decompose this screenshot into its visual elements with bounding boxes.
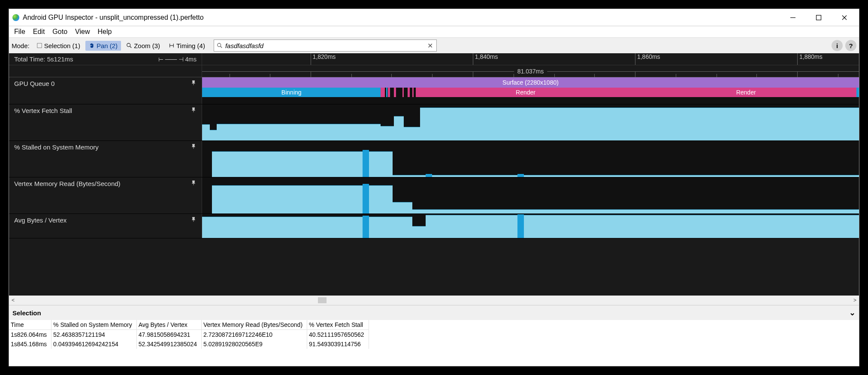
mode-selection-button[interactable]: Selection (1) bbox=[33, 41, 84, 51]
ruler-tick-label: 1,860ms bbox=[637, 53, 660, 60]
app-icon bbox=[12, 14, 19, 21]
scroll-right-arrow[interactable]: > bbox=[853, 297, 856, 303]
counter-segment bbox=[412, 209, 859, 213]
info-button[interactable]: i bbox=[832, 40, 843, 51]
mode-timing-label: Timing (4) bbox=[176, 42, 205, 49]
search-icon bbox=[217, 43, 223, 49]
selection-panel: Selection ⌄ Time % Stalled on System Mem… bbox=[9, 305, 859, 366]
col-vertex-fetch-stall[interactable]: % Vertex Fetch Stall bbox=[307, 320, 369, 330]
track-vertex-fetch-stall[interactable]: % Vertex Fetch Stall bbox=[9, 104, 859, 141]
svg-line-11 bbox=[221, 46, 222, 48]
track-vertex-mem-read[interactable]: Vertex Memory Read (Bytes/Second) bbox=[9, 177, 859, 214]
track-avg-bytes-vertex[interactable]: Avg Bytes / Vertex bbox=[9, 214, 859, 238]
ruler-tick-label: 1,820ms bbox=[313, 53, 336, 60]
timeline-header: Total Time: 5s121ms ⊢───⊣ 4ms 1,820ms 1,… bbox=[9, 53, 859, 77]
counter-segment bbox=[420, 107, 859, 140]
search-clear-button[interactable]: ✕ bbox=[424, 42, 436, 50]
pin-icon[interactable] bbox=[191, 143, 197, 149]
selection-icon bbox=[36, 43, 42, 49]
counter-segment bbox=[210, 130, 216, 140]
gpu-phase-render[interactable]: Render bbox=[635, 88, 856, 97]
svg-point-10 bbox=[218, 43, 221, 47]
table-row[interactable]: 1s845.168ms 0.049394612694242154 52.3425… bbox=[9, 339, 369, 349]
col-avg-bytes-vertex[interactable]: Avg Bytes / Vertex bbox=[136, 320, 201, 330]
pin-icon[interactable] bbox=[191, 107, 197, 113]
track-label: GPU Queue 0 bbox=[14, 80, 54, 87]
range-label: 81.037ms bbox=[514, 68, 547, 75]
toolbar: Mode: Selection (1) Pan (2) Zoom (3) Tim… bbox=[9, 37, 859, 53]
maximize-button[interactable] bbox=[806, 9, 832, 26]
counter-segment bbox=[393, 202, 412, 213]
mode-selection-label: Selection (1) bbox=[44, 42, 80, 49]
svg-rect-4 bbox=[37, 43, 42, 48]
menu-view[interactable]: View bbox=[72, 27, 93, 37]
counter-segment bbox=[217, 124, 381, 140]
help-icon: ? bbox=[849, 42, 853, 49]
total-time-label: Total Time: 5s121ms bbox=[14, 55, 73, 63]
mode-zoom-label: Zoom (3) bbox=[134, 42, 160, 49]
gpu-phase-binning[interactable]: Binning bbox=[202, 88, 381, 97]
svg-line-6 bbox=[130, 46, 132, 48]
mode-zoom-button[interactable]: Zoom (3) bbox=[123, 41, 163, 51]
col-vertex-mem-read[interactable]: Vertex Memory Read (Bytes/Second) bbox=[201, 320, 307, 330]
mode-pan-button[interactable]: Pan (2) bbox=[85, 41, 121, 51]
col-time[interactable]: Time bbox=[9, 320, 51, 330]
zoom-icon bbox=[126, 43, 132, 49]
track-label: Vertex Memory Read (Bytes/Second) bbox=[14, 180, 121, 187]
ruler-tick-label: 1,880ms bbox=[799, 53, 823, 60]
search-input[interactable] bbox=[225, 40, 424, 51]
timeline-view[interactable]: Total Time: 5s121ms ⊢───⊣ 4ms 1,820ms 1,… bbox=[9, 53, 859, 296]
table-row[interactable]: 1s826.064ms 52.4638357121194 47.98150586… bbox=[9, 330, 369, 340]
selection-title: Selection bbox=[12, 309, 41, 317]
track-label: % Vertex Fetch Stall bbox=[14, 107, 72, 114]
svg-point-5 bbox=[127, 43, 130, 47]
selection-table[interactable]: Time % Stalled on System Memory Avg Byte… bbox=[9, 320, 859, 366]
timing-icon bbox=[169, 43, 175, 49]
track-label: Avg Bytes / Vertex bbox=[14, 216, 67, 224]
svg-rect-1 bbox=[817, 15, 821, 20]
menu-goto[interactable]: Goto bbox=[49, 27, 71, 37]
help-button[interactable]: ? bbox=[845, 40, 856, 51]
zoom-scale: ⊢───⊣ 4ms bbox=[158, 56, 197, 63]
scrollbar-thumb[interactable] bbox=[318, 297, 327, 303]
track-gpu-queue[interactable]: GPU Queue 0 Surface (2280x1080) Binning … bbox=[9, 77, 859, 104]
info-icon: i bbox=[836, 42, 838, 49]
minimize-button[interactable] bbox=[780, 9, 806, 26]
counter-segment bbox=[381, 126, 394, 140]
timeline-ruler[interactable]: 1,820ms 1,840ms 1,860ms 1,880ms bbox=[202, 53, 859, 65]
menu-help[interactable]: Help bbox=[94, 27, 115, 37]
window-controls bbox=[780, 9, 857, 26]
horizontal-scrollbar[interactable]: < > bbox=[9, 296, 859, 305]
close-button[interactable] bbox=[832, 9, 857, 26]
mode-label: Mode: bbox=[12, 42, 30, 49]
counter-segment bbox=[404, 127, 420, 140]
table-header-row: Time % Stalled on System Memory Avg Byte… bbox=[9, 320, 369, 330]
menu-file[interactable]: File bbox=[11, 27, 29, 37]
gpu-phase-render[interactable]: Render bbox=[416, 88, 636, 97]
counter-segment bbox=[426, 215, 859, 238]
app-window: Android GPU Inspector - unsplit_uncompre… bbox=[9, 9, 859, 366]
counter-segment bbox=[393, 175, 859, 177]
menubar: File Edit Goto View Help bbox=[9, 26, 859, 37]
window-title: Android GPU Inspector - unsplit_uncompre… bbox=[23, 14, 204, 21]
counter-segment bbox=[202, 216, 412, 238]
pin-icon[interactable] bbox=[191, 216, 197, 223]
pin-icon[interactable] bbox=[191, 180, 197, 186]
counter-segment bbox=[202, 124, 210, 140]
hand-icon bbox=[89, 43, 95, 49]
titlebar[interactable]: Android GPU Inspector - unsplit_uncompre… bbox=[9, 9, 859, 26]
gpu-surface-block[interactable]: Surface (2280x1080) bbox=[202, 77, 859, 88]
mode-timing-button[interactable]: Timing (4) bbox=[165, 41, 209, 51]
search-box[interactable]: ✕ bbox=[214, 40, 437, 52]
counter-segment bbox=[412, 226, 426, 238]
pin-icon[interactable] bbox=[191, 80, 197, 86]
menu-edit[interactable]: Edit bbox=[30, 27, 48, 37]
timeline-range-row: 81.037ms bbox=[202, 65, 859, 77]
track-stalled-sys-mem[interactable]: % Stalled on System Memory bbox=[9, 141, 859, 177]
chevron-down-icon[interactable]: ⌄ bbox=[849, 308, 856, 317]
counter-segment bbox=[394, 116, 404, 140]
scroll-left-arrow[interactable]: < bbox=[12, 297, 15, 303]
mode-pan-label: Pan (2) bbox=[97, 42, 118, 49]
track-label: % Stalled on System Memory bbox=[14, 143, 99, 151]
col-stalled-sysmem[interactable]: % Stalled on System Memory bbox=[51, 320, 137, 330]
